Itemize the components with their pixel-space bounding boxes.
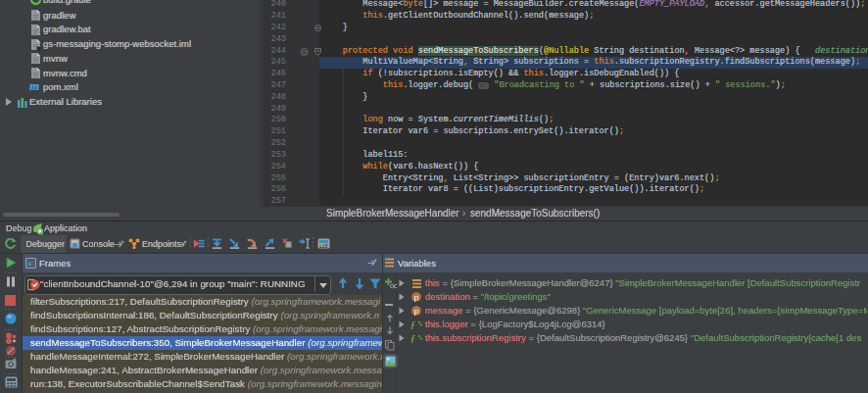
svg-text:p: p	[414, 307, 419, 316]
svg-text:ƒ: ƒ	[410, 333, 415, 343]
svg-text:p: p	[414, 293, 419, 302]
svg-text:ƒ: ƒ	[410, 319, 415, 329]
